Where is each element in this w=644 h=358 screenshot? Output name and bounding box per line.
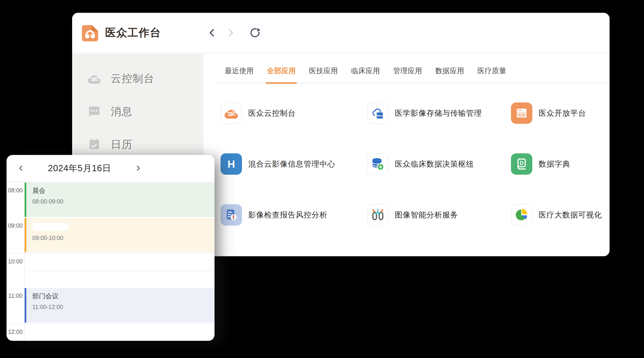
app-bigdata-visualization[interactable]: 医疗大数据可视化 xyxy=(511,204,610,226)
event-title: 部门会议 xyxy=(32,292,214,301)
tab-medtech-apps[interactable]: 医技应用 xyxy=(309,53,338,83)
cloud-sliders-icon xyxy=(220,102,242,124)
calendar-panel: 2024年5月16日 08:00 晨会 08:00-09:00 09:00 09… xyxy=(6,155,214,341)
app-label: 图像智能分析服务 xyxy=(395,210,458,220)
calendar-day-grid: 08:00 晨会 08:00-09:00 09:00 09:00-10:00 1… xyxy=(6,182,214,341)
tab-admin-apps[interactable]: 管理应用 xyxy=(393,53,422,83)
event-time: 08:00-09:00 xyxy=(32,198,214,205)
app-grid: 医众云控制台 Mos 医学影像存储与传输管理 xyxy=(203,83,610,226)
svg-text:H: H xyxy=(228,159,235,170)
report-alert-icon xyxy=(220,204,242,226)
app-label: 医众云控制台 xyxy=(248,108,296,119)
app-open-platform[interactable]: </> 医众开放平台 xyxy=(511,102,610,124)
sidebar-item-label: 消息 xyxy=(111,105,132,119)
app-image-storage[interactable]: Mos 医学影像存储与传输管理 xyxy=(367,102,511,124)
calendar-event-department-meeting[interactable]: 部门会议 11:00-12:00 xyxy=(25,288,214,323)
dictionary-book-icon: D xyxy=(511,153,532,175)
tab-clinical-apps[interactable]: 临床应用 xyxy=(351,53,380,83)
back-button[interactable] xyxy=(206,27,218,38)
nav-controls xyxy=(206,13,260,52)
lungs-icon xyxy=(367,204,388,226)
app-report-risk-analysis[interactable]: 影像检查报告风控分析 xyxy=(220,204,367,226)
time-label: 11:00 xyxy=(6,288,25,323)
tab-all-apps[interactable]: 全部应用 xyxy=(267,53,296,83)
sidebar-item-label: 日历 xyxy=(111,138,132,152)
tab-quality[interactable]: 医疗质量 xyxy=(478,53,506,83)
app-label: 医学影像存储与传输管理 xyxy=(395,108,482,119)
calendar-row-1000: 10:00 xyxy=(6,253,214,288)
calendar-date: 2024年5月16日 xyxy=(48,162,111,174)
titlebar: 医众工作台 xyxy=(72,13,610,53)
calendar-event-morning-meeting[interactable]: 晨会 08:00-09:00 xyxy=(25,182,214,217)
event-time: 11:00-12:00 xyxy=(32,304,214,310)
app-label: 医众开放平台 xyxy=(538,108,586,119)
app-cloud-console[interactable]: 医众云控制台 xyxy=(220,102,367,124)
sidebar-item-messages[interactable]: 消息 xyxy=(72,101,203,122)
calendar-next-day-button[interactable] xyxy=(133,163,143,173)
cloud-settings-icon xyxy=(88,72,101,85)
app-logo xyxy=(82,24,99,41)
redacted-title-pill xyxy=(32,222,69,231)
tab-bar: 最近使用 全部应用 医技应用 临床应用 管理应用 数据应用 医疗质量 xyxy=(203,53,610,83)
svg-text:</>: </> xyxy=(518,113,525,117)
app-label: 影像检查报告风控分析 xyxy=(248,210,327,220)
database-plus-icon xyxy=(367,153,388,175)
message-icon xyxy=(88,105,101,118)
mos-cloud-icon: Mos xyxy=(367,102,388,124)
calendar-check-icon xyxy=(88,138,101,151)
time-label: 12:00 xyxy=(6,324,25,341)
app-hybrid-cloud-center[interactable]: H 混合云影像信息管理中心 xyxy=(220,153,367,175)
app-data-dictionary[interactable]: D 数据字典 xyxy=(511,153,610,175)
time-label: 08:00 xyxy=(6,182,25,218)
calendar-row-0800: 08:00 晨会 08:00-09:00 xyxy=(6,182,214,218)
app-image-ai-analysis[interactable]: 图像智能分析服务 xyxy=(367,204,511,226)
content-area: 最近使用 全部应用 医技应用 临床应用 管理应用 数据应用 医疗质量 xyxy=(203,53,610,256)
tab-data-apps[interactable]: 数据应用 xyxy=(435,53,464,83)
calendar-row-0900: 09:00 09:00-10:00 xyxy=(6,218,214,253)
time-label: 10:00 xyxy=(6,253,25,288)
sidebar-item-calendar[interactable]: 日历 xyxy=(72,134,203,155)
calendar-event-redacted[interactable]: 09:00-10:00 xyxy=(25,218,214,252)
event-time: 09:00-10:00 xyxy=(32,235,214,241)
calendar-row-1100: 11:00 部门会议 11:00-12:00 xyxy=(6,288,214,323)
code-window-icon: </> xyxy=(511,102,532,124)
svg-text:D: D xyxy=(520,160,524,166)
calendar-prev-day-button[interactable] xyxy=(16,163,26,173)
time-label: 09:00 xyxy=(6,218,25,253)
letter-h-icon: H xyxy=(220,153,242,175)
calendar-row-1200: 12:00 xyxy=(6,323,214,341)
app-clinical-data-hub[interactable]: 医众临床数据决策枢纽 xyxy=(367,153,511,175)
forward-button[interactable] xyxy=(225,27,236,38)
sidebar-item-cloud-console[interactable]: 云控制台 xyxy=(72,68,203,89)
refresh-button[interactable] xyxy=(250,27,260,38)
app-title: 医众工作台 xyxy=(105,25,161,40)
app-label: 数据字典 xyxy=(538,159,570,169)
event-title: 晨会 xyxy=(32,186,214,195)
pie-chart-icon xyxy=(511,204,532,226)
app-label: 医疗大数据可视化 xyxy=(538,210,602,220)
tab-recently-used[interactable]: 最近使用 xyxy=(225,53,254,83)
svg-text:Mos: Mos xyxy=(377,114,382,117)
calendar-header: 2024年5月16日 xyxy=(6,155,214,182)
app-label: 混合云影像信息管理中心 xyxy=(248,159,335,169)
app-label: 医众临床数据决策枢纽 xyxy=(395,159,474,169)
sidebar-item-label: 云控制台 xyxy=(111,72,154,85)
